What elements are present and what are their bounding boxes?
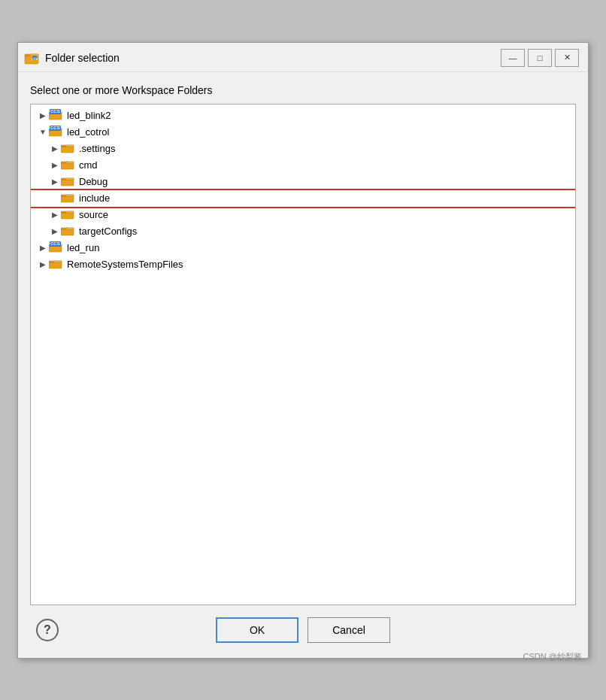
arrow-source xyxy=(49,209,61,221)
label-include: include xyxy=(79,192,110,204)
label-led-blink2: led_blink2 xyxy=(67,110,111,121)
folder-icon-led-blink2: CCS xyxy=(49,110,64,122)
minimize-button[interactable]: — xyxy=(501,49,525,67)
arrow-targetconfigs xyxy=(49,226,61,238)
help-button[interactable]: ? xyxy=(36,619,59,641)
maximize-button[interactable]: □ xyxy=(528,49,552,67)
tree-item-source[interactable]: source xyxy=(31,207,575,223)
dialog-title: Folder selection xyxy=(45,52,501,64)
dialog-body: Select one or more Workspace Folders CCS… xyxy=(18,72,588,658)
folder-icon-led-cotrol: CCS xyxy=(49,126,64,138)
arrow-debug xyxy=(49,176,61,188)
title-bar-controls: — □ ✕ xyxy=(501,49,579,67)
tree-item-targetconfigs[interactable]: targetConfigs xyxy=(31,223,575,240)
label-source: source xyxy=(79,209,108,220)
tree-item-remotesystemstempfiles[interactable]: RemoteSystemsTempFiles xyxy=(31,256,575,273)
svg-text:CCS: CCS xyxy=(32,57,38,61)
cancel-button[interactable]: Cancel xyxy=(308,617,390,643)
arrow-led-blink2 xyxy=(37,110,49,122)
folder-icon-settings xyxy=(61,143,76,155)
label-debug: Debug xyxy=(79,176,108,187)
arrow-cmd xyxy=(49,159,61,171)
tree-item-led-blink2[interactable]: CCS led_blink2 xyxy=(31,108,575,124)
dialog-instruction: Select one or more Workspace Folders xyxy=(30,84,576,96)
folder-icon-include xyxy=(61,192,76,205)
folder-tree[interactable]: CCS led_blink2 CCS l xyxy=(30,104,576,605)
folder-icon-led-run: CCS xyxy=(49,242,64,254)
watermark: CSDN @纱梨酱 xyxy=(523,651,582,662)
arrow-settings xyxy=(49,143,61,155)
tree-item-led-run[interactable]: CCS led_run xyxy=(31,240,575,256)
title-bar: CCS Folder selection — □ ✕ xyxy=(18,43,588,72)
tree-item-debug[interactable]: Debug xyxy=(31,174,575,190)
folder-icon-targetconfigs xyxy=(61,226,76,238)
label-settings: .settings xyxy=(79,143,115,154)
label-remotesystemstempfiles: RemoteSystemsTempFiles xyxy=(67,259,183,270)
arrow-led-cotrol xyxy=(37,126,49,138)
label-cmd: cmd xyxy=(79,159,98,171)
tree-item-settings[interactable]: .settings xyxy=(31,141,575,157)
folder-icon-source xyxy=(61,209,76,221)
label-led-run: led_run xyxy=(67,242,99,253)
tree-item-led-cotrol[interactable]: CCS led_cotrol xyxy=(31,124,575,141)
folder-icon-remotesystemstempfiles xyxy=(49,259,64,271)
label-targetconfigs: targetConfigs xyxy=(79,226,137,237)
close-button[interactable]: ✕ xyxy=(555,49,579,67)
folder-selection-dialog: CCS Folder selection — □ ✕ Select one or… xyxy=(17,42,589,659)
tree-item-include[interactable]: include xyxy=(31,190,575,207)
dialog-icon: CCS xyxy=(24,50,39,65)
ok-button[interactable]: OK xyxy=(216,617,298,643)
tree-item-cmd[interactable]: cmd xyxy=(31,157,575,174)
arrow-led-run xyxy=(37,242,49,254)
dialog-buttons: ? OK Cancel xyxy=(30,605,576,649)
folder-icon-cmd xyxy=(61,159,76,171)
arrow-remotesystemstempfiles xyxy=(37,259,49,271)
label-led-cotrol: led_cotrol xyxy=(67,126,109,138)
folder-icon-debug xyxy=(61,176,76,188)
